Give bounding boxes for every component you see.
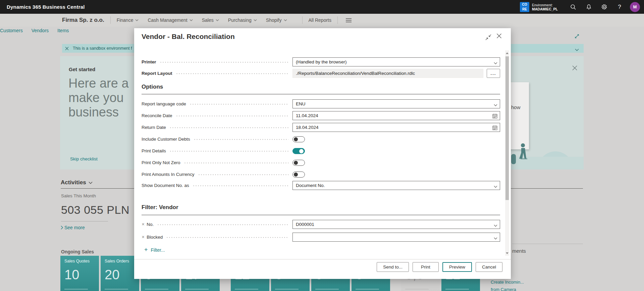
reconcile-date-row: Reconcile Date 11.04.2024 xyxy=(142,111,500,120)
remove-filter-icon[interactable]: ✕ xyxy=(142,222,145,227)
chevron-down-icon xyxy=(135,19,139,21)
show-document-no-label: Show Document No. as xyxy=(142,183,189,188)
print-details-label: Print Details xyxy=(142,148,166,153)
settings-icon[interactable] xyxy=(596,0,612,14)
skip-checklist-link[interactable]: Skip checklist xyxy=(70,156,98,161)
metric-divider xyxy=(61,221,108,222)
nav-separator xyxy=(337,16,338,24)
scrollbar-thumb[interactable] xyxy=(505,56,509,200)
avatar[interactable]: M xyxy=(630,2,640,12)
print-amounts-in-currency-toggle[interactable] xyxy=(292,172,305,178)
chevron-down-icon xyxy=(494,60,497,66)
app-title[interactable]: Dynamics 365 Business Central xyxy=(7,4,85,10)
nav-menu-item[interactable]: Purchasing xyxy=(228,17,257,23)
report-language-select[interactable]: ENU xyxy=(292,99,500,108)
tab-link[interactable]: Items xyxy=(57,28,69,33)
screen: Dynamics 365 Business Central CO RE Envi… xyxy=(0,0,644,291)
scroll-up-icon[interactable] xyxy=(505,51,509,55)
tab-link[interactable]: Vendors xyxy=(32,28,49,33)
chevron-down-icon xyxy=(89,182,93,184)
add-filter-link[interactable]: + Filter... xyxy=(144,246,165,253)
banner-dismiss-icon[interactable] xyxy=(65,47,69,50)
nav-menus: Finance Cash Management Sales Purchasing… xyxy=(117,17,296,23)
right-section-heading-fragment: ments xyxy=(512,248,526,254)
nav-separator xyxy=(110,16,111,24)
print-details-toggle[interactable] xyxy=(292,148,305,154)
dialog-buttons: Send to... Print Preview Cancel xyxy=(377,262,502,272)
chevron-down-icon xyxy=(494,235,497,241)
report-layout-value: ./Reports/BalanceReconciliation/VendBalR… xyxy=(292,69,483,78)
menu-icon[interactable] xyxy=(346,18,352,22)
vendor-bal-reconciliation-dialog: Vendor - Bal. Reconciliation Printer (Ha… xyxy=(134,28,511,279)
cue-tile[interactable]: Sales Quotes 10 xyxy=(60,256,99,291)
search-icon[interactable] xyxy=(566,0,581,14)
send-to-button[interactable]: Send to... xyxy=(377,262,409,272)
return-date-row: Return Date 18.04.2024 xyxy=(142,123,500,132)
filter-blocked-input[interactable] xyxy=(292,233,500,242)
print-details-row: Print Details xyxy=(142,146,500,155)
dialog-scrollbar[interactable] xyxy=(505,50,509,256)
report-layout-row: Report Layout ./Reports/BalanceReconcili… xyxy=(142,69,500,78)
filter-no-input[interactable]: D000001 xyxy=(292,220,500,229)
right-section-divider xyxy=(512,244,583,244)
reconcile-date-input[interactable]: 11.04.2024 xyxy=(292,111,500,120)
filter-no-row: ✕No. D000001 xyxy=(142,220,500,229)
calendar-icon[interactable] xyxy=(492,125,497,132)
filter-blocked-row: ✕Blocked xyxy=(142,233,500,242)
sales-this-month-label: Sales This Month xyxy=(61,193,96,198)
create-incoming-link[interactable]: Create Incomin... xyxy=(491,280,524,285)
reconcile-date-label: Reconcile Date xyxy=(142,113,172,118)
nav-menu-item[interactable]: Cash Management xyxy=(148,17,193,23)
close-icon[interactable] xyxy=(572,65,577,72)
banner-chevron-icon[interactable] xyxy=(575,47,579,53)
ongoing-sales-title: Ongoing Sales xyxy=(61,249,94,254)
help-icon[interactable]: ? xyxy=(612,0,627,14)
printer-label: Printer xyxy=(142,59,156,64)
see-more-link[interactable]: See more xyxy=(61,225,85,230)
sandbox-banner-text: This is a sandbox environment f xyxy=(73,46,132,51)
print-amounts-in-currency-label: Print Amounts In Currency xyxy=(142,172,195,177)
from-camera-link[interactable]: from Camera xyxy=(491,287,516,291)
remove-filter-icon[interactable]: ✕ xyxy=(142,235,145,239)
printer-select[interactable]: (Handled by the browser) xyxy=(292,57,500,66)
nav-menu-item[interactable]: Finance xyxy=(117,17,139,23)
chevron-down-icon xyxy=(494,222,497,228)
expand-icon[interactable] xyxy=(574,34,580,40)
environment-info: Environment: MADAMIEC_PL xyxy=(532,3,561,11)
print-only-not-zero-row: Print Only Not Zero xyxy=(142,158,500,167)
printer-row: Printer (Handled by the browser) xyxy=(142,57,500,66)
close-dialog-icon[interactable] xyxy=(496,33,502,40)
include-customer-debts-label: Include Customer Debts xyxy=(142,137,190,142)
cue-tile[interactable]: Sales Orders 20 xyxy=(101,256,139,291)
filter-vendor-section-heading: Filter: Vendor xyxy=(142,204,178,211)
activities-header[interactable]: Activities xyxy=(61,179,93,186)
print-only-not-zero-toggle[interactable] xyxy=(292,160,305,166)
get-started-text-fragment: how xyxy=(511,104,521,110)
collapse-dialog-icon[interactable] xyxy=(485,34,492,42)
plus-icon: + xyxy=(144,246,148,253)
filter-no-label: No. xyxy=(147,222,154,227)
return-date-input[interactable]: 18.04.2024 xyxy=(292,123,500,132)
activities-title: Activities xyxy=(61,179,86,186)
nav-menu-item[interactable]: Shopify xyxy=(266,17,287,23)
tab-link[interactable]: Customers xyxy=(0,28,23,33)
print-button[interactable]: Print xyxy=(413,262,439,272)
cancel-button[interactable]: Cancel xyxy=(476,262,502,272)
sales-this-month-value[interactable]: 503 055 PLN xyxy=(61,203,129,216)
preview-button[interactable]: Preview xyxy=(442,262,472,272)
show-document-no-row: Show Document No. as Document No. xyxy=(142,181,500,190)
calendar-icon[interactable] xyxy=(492,113,497,120)
report-language-row: Report language code ENU xyxy=(142,99,500,108)
company-name[interactable]: Firma Sp. z o.o. xyxy=(62,17,104,23)
chevron-down-icon xyxy=(190,19,193,21)
scroll-down-icon[interactable] xyxy=(505,251,509,255)
get-started-hero: Here are a make you business xyxy=(68,76,129,119)
notifications-icon[interactable] xyxy=(581,0,596,14)
nav-all-reports[interactable]: All Reports xyxy=(309,17,331,23)
chevron-down-icon xyxy=(284,19,287,21)
nav-menu-item[interactable]: Sales xyxy=(202,17,219,23)
include-customer-debts-toggle[interactable] xyxy=(292,136,305,142)
chevron-right-icon xyxy=(61,226,63,230)
browse-layout-button[interactable]: ... xyxy=(487,69,500,78)
show-document-no-select[interactable]: Document No. xyxy=(292,181,500,190)
